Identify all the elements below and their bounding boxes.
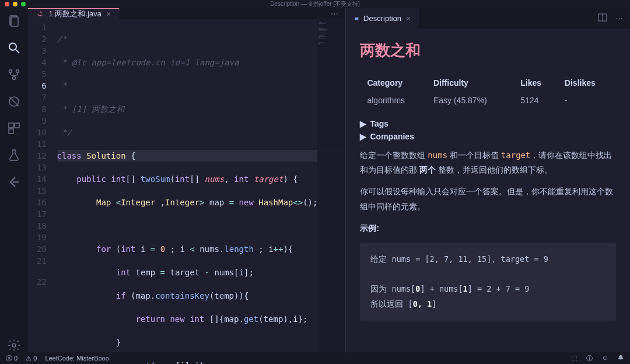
- problem-paragraph-2: 你可以假设每种输入只会对应一个答案。但是，你不能重复利用这个数组中同样的元素。: [360, 184, 616, 214]
- td-likes: 5124: [514, 92, 558, 108]
- explorer-icon[interactable]: [7, 14, 21, 28]
- more-actions-icon[interactable]: ⋯: [615, 14, 623, 23]
- description-panel: ≡ Description × ⋯ 两数之和 Category Difficul…: [345, 8, 630, 352]
- minimize-window-button[interactable]: [13, 2, 18, 6]
- extensions-icon[interactable]: [7, 121, 21, 135]
- companies-label: Companies: [370, 132, 414, 141]
- th-difficulty: Difficulty: [428, 75, 513, 91]
- more-actions-icon[interactable]: ⋯: [331, 9, 338, 18]
- example-code-block: 给定 nums = [2, 7, 11, 15], target = 9 因为 …: [360, 243, 616, 321]
- list-icon: ≡: [354, 14, 359, 23]
- description-content[interactable]: 两数之和 Category Difficulty Likes Dislikes …: [346, 29, 630, 352]
- svg-point-6: [12, 77, 15, 80]
- td-difficulty: Easy (45.87%): [428, 92, 513, 108]
- description-tab-label: Description: [363, 14, 401, 23]
- window-title: Description — 剑指offer [不受支持]: [270, 0, 360, 8]
- td-dislikes: -: [559, 92, 615, 108]
- leetcode-icon[interactable]: [7, 175, 21, 189]
- problem-info-table: Category Difficulty Likes Dislikes algor…: [360, 74, 616, 110]
- testing-icon[interactable]: [7, 148, 21, 162]
- editor-tab[interactable]: 1.两数之和.java ×: [28, 8, 120, 19]
- th-dislikes: Dislikes: [559, 75, 615, 91]
- close-tab-icon[interactable]: ×: [106, 9, 111, 19]
- status-smiley-icon[interactable]: ☺: [602, 354, 608, 363]
- th-likes: Likes: [514, 75, 558, 91]
- editor-area: 1.两数之和.java × ⋯ 12345 678910 1112131415 …: [28, 8, 346, 352]
- svg-rect-11: [9, 129, 13, 134]
- status-icon-1[interactable]: ⬚: [571, 354, 577, 363]
- maximize-window-button[interactable]: [21, 2, 26, 6]
- svg-rect-10: [15, 123, 19, 128]
- td-category: algorithms: [361, 92, 426, 108]
- status-errors[interactable]: ⓧ 0: [6, 354, 18, 363]
- svg-line-3: [16, 50, 19, 53]
- problem-title: 两数之和: [360, 40, 616, 61]
- line-number-gutter: 12345 678910 1112131415 1617181920 2122: [28, 19, 57, 364]
- error-icon: ⓧ: [6, 355, 12, 362]
- triangle-right-icon: ▶: [360, 132, 366, 141]
- svg-rect-1: [11, 17, 18, 26]
- status-bell-icon[interactable]: 🔔︎: [618, 354, 624, 363]
- svg-point-5: [16, 70, 19, 73]
- editor-tab-label: 1.两数之和.java: [49, 9, 102, 19]
- example-label: 示例:: [360, 221, 616, 236]
- settings-gear-icon[interactable]: [7, 338, 21, 352]
- th-category: Category: [361, 75, 426, 91]
- description-tab[interactable]: ≡ Description ×: [346, 8, 419, 29]
- svg-point-2: [9, 43, 16, 50]
- window-titlebar: Description — 剑指offer [不受支持]: [0, 0, 630, 8]
- close-tab-icon[interactable]: ×: [406, 14, 411, 23]
- tags-section[interactable]: ▶ Tags: [360, 119, 616, 128]
- svg-point-12: [12, 344, 16, 347]
- status-info-icon[interactable]: ⓘ: [586, 354, 593, 363]
- source-control-icon[interactable]: [7, 68, 21, 82]
- search-icon[interactable]: [7, 41, 21, 55]
- svg-rect-9: [9, 123, 13, 128]
- window-controls: [5, 2, 26, 6]
- split-editor-icon[interactable]: [598, 13, 607, 24]
- svg-point-4: [9, 70, 12, 73]
- activity-bar: [0, 8, 28, 352]
- triangle-right-icon: ▶: [360, 119, 366, 128]
- debug-icon[interactable]: [7, 94, 21, 108]
- editor-tab-bar: 1.两数之和.java × ⋯: [28, 8, 346, 19]
- minimap[interactable]: ▬▬▬▬▬▬▬▬▬▬▬▬▬▬▬▬▬▬▬▬▬▬▬▬▬▬▬▬▬▬▬▬▬▬▬▬▬▬▬▬…: [317, 19, 345, 364]
- problem-paragraph-1: 给定一个整数数组 nums 和一个目标值 target，请你在该数组中找出和为目…: [360, 148, 616, 177]
- close-window-button[interactable]: [5, 2, 9, 6]
- code-content[interactable]: /* * @lc app=leetcode.cn id=1 lang=java …: [57, 19, 318, 364]
- companies-section[interactable]: ▶ Companies: [360, 132, 616, 141]
- tags-label: Tags: [370, 119, 388, 128]
- code-editor[interactable]: 12345 678910 1112131415 1617181920 2122 …: [28, 19, 346, 364]
- description-tab-bar: ≡ Description × ⋯: [346, 8, 630, 29]
- java-file-icon: [36, 10, 44, 18]
